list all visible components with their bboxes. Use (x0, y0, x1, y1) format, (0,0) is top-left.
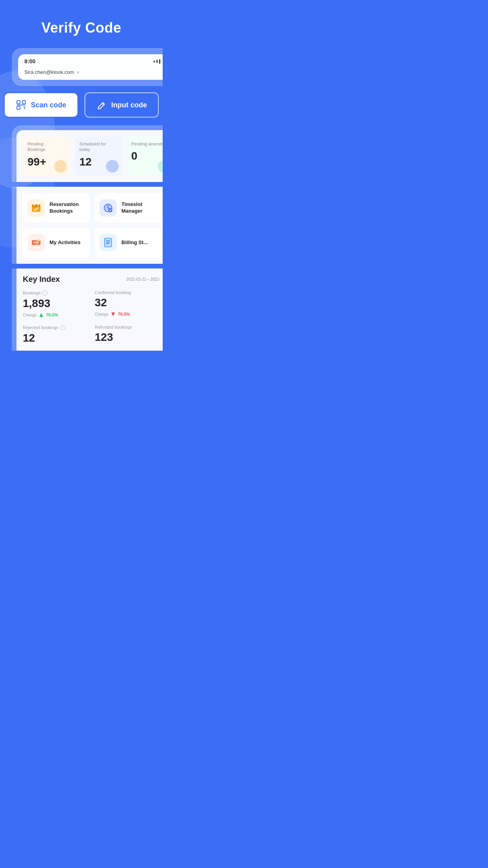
calendar-check-icon (31, 203, 41, 213)
activities-icon-container (28, 234, 45, 251)
svg-rect-2 (17, 106, 20, 109)
timeslot-icon-container (99, 199, 117, 217)
metric-refunded: Refunded bookings 123 (95, 325, 160, 344)
stat-card-pending-bookings[interactable]: PendingBookings 99+ (23, 136, 70, 176)
metric-rejected: Rejected bookings ? 12 (23, 325, 88, 344)
metric-confirmed: Confirmed booking 32 Change ▼ 70.5% (95, 290, 160, 318)
input-label: Input code (111, 101, 147, 109)
bookings-arrow-up: ▲ (38, 311, 44, 318)
reservation-bookings-label: Reservation Bookings (50, 201, 85, 215)
app-preview-card: 8:00 Sira.chen@klook.com ∨ (12, 48, 163, 86)
chevron-down-icon: ∨ (77, 70, 79, 74)
stat-amend-label: Pending amendm... (131, 141, 163, 147)
metric-bookings-label: Bookings (23, 291, 40, 295)
svg-rect-0 (17, 101, 20, 104)
stat-icon-scheduled (106, 160, 119, 173)
menu-item-billing-statement[interactable]: Billing St... (95, 228, 162, 257)
menu-section: Reservation Bookings Timeslot Manager (12, 187, 163, 264)
stat-icon-pending (54, 160, 67, 173)
key-index-section: Key Index 2021-03-21～2022- Bookings ? 1,… (12, 268, 163, 351)
stat-card-scheduled[interactable]: Scheduled for today 12 (75, 136, 122, 176)
timeslot-manager-label: Timeslot Manager (121, 201, 157, 215)
key-index-title: Key Index (23, 275, 60, 284)
metric-confirmed-value: 32 (95, 296, 160, 309)
billing-icon (103, 237, 113, 248)
billing-icon-container (99, 234, 117, 251)
page-title: Verify Code (8, 20, 155, 36)
metric-refunded-label: Refunded bookings (95, 325, 132, 329)
stat-pending-label: PendingBookings (28, 141, 65, 153)
bookings-change-label: Change (23, 313, 37, 317)
metric-confirmed-label: Confirmed booking (95, 290, 131, 295)
my-activities-label: My Activities (50, 239, 81, 246)
key-index-header: Key Index 2021-03-21～2022- (23, 275, 160, 284)
signal-bar-2 (156, 60, 158, 63)
signal-bar-3 (159, 59, 160, 64)
input-code-button[interactable]: Input code (84, 92, 159, 118)
email-row: Sira.chen@klook.com ∨ (18, 67, 163, 80)
stat-card-pending-amend[interactable]: Pending amendm... 0 (127, 136, 163, 176)
header-section: Verify Code (0, 0, 163, 48)
status-time: 8:00 (24, 58, 35, 64)
billing-statement-label: Billing St... (121, 239, 148, 246)
svg-rect-1 (22, 101, 26, 104)
menu-item-timeslot-manager[interactable]: Timeslot Manager (95, 193, 162, 223)
confirmed-change-value: 70.5% (118, 312, 130, 316)
confirmed-change-label: Change (95, 312, 108, 316)
reservation-bookings-icon-container (28, 199, 45, 217)
signal-bar-1 (154, 61, 155, 63)
menu-item-reservation-bookings[interactable]: Reservation Bookings (23, 193, 90, 223)
bookings-help-icon[interactable]: ? (42, 290, 48, 296)
bookings-change-value: 70.5% (46, 313, 58, 317)
signal-icons (154, 59, 160, 64)
confirmed-arrow-down: ▼ (110, 311, 116, 318)
status-bar: 8:00 (18, 54, 163, 67)
key-index-date: 2021-03-21～2022- (126, 277, 160, 282)
svg-rect-16 (107, 241, 109, 243)
metric-rejected-label: Rejected bookings (23, 325, 59, 330)
stat-scheduled-label: Scheduled for today (79, 141, 117, 153)
edit-icon (96, 99, 107, 110)
key-metrics-grid: Bookings ? 1,893 Change ▲ 70.5% Confirme… (23, 290, 160, 344)
svg-rect-7 (32, 204, 40, 207)
stats-section: PendingBookings 99+ Scheduled for today … (12, 125, 163, 182)
menu-item-my-activities[interactable]: My Activities (23, 228, 90, 257)
stats-row: PendingBookings 99+ Scheduled for today … (23, 136, 163, 176)
action-buttons-row: Scan code Input code (0, 86, 163, 118)
menu-grid: Reservation Bookings Timeslot Manager (23, 193, 163, 257)
metric-bookings: Bookings ? 1,893 Change ▲ 70.5% (23, 290, 88, 318)
metric-bookings-value: 1,893 (23, 297, 88, 310)
email-text: Sira.chen@klook.com (24, 69, 74, 75)
stat-amend-value: 0 (131, 150, 163, 162)
timeslot-icon (103, 203, 113, 213)
metric-rejected-value: 12 (23, 332, 88, 344)
scan-label: Scan code (31, 101, 66, 109)
scan-icon (16, 99, 27, 110)
scan-code-button[interactable]: Scan code (4, 92, 78, 118)
svg-point-13 (33, 242, 35, 243)
ticket-icon (31, 237, 41, 248)
rejected-help-icon[interactable]: ? (60, 325, 66, 330)
metric-refunded-value: 123 (95, 331, 160, 344)
